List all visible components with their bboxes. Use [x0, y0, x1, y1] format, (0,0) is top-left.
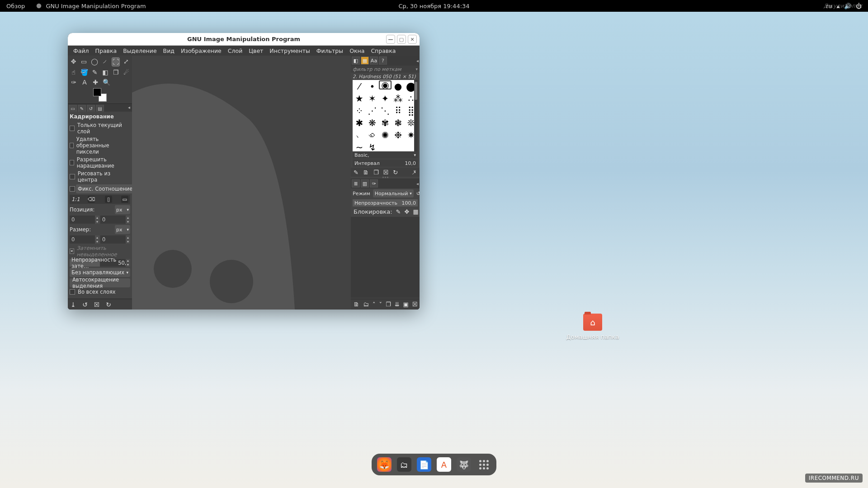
tool-crop[interactable]: ⛶ — [112, 57, 120, 66]
lock-alpha-icon[interactable]: ▦ — [413, 208, 418, 215]
tab-fonts[interactable]: Aa — [370, 56, 378, 65]
tool-bucket[interactable]: 🪣 — [80, 68, 88, 76]
tool-text[interactable]: A — [80, 78, 89, 86]
open-brush-icon[interactable]: ⭷ — [411, 169, 417, 176]
tab-brushes[interactable]: ◧ — [352, 56, 360, 65]
edit-brush-icon[interactable]: ✎ — [354, 169, 359, 176]
opt-delete-cropped[interactable]: Удалять обрезанные пиксели — [70, 136, 130, 155]
window-titlebar[interactable]: GNU Image Manipulation Program — ▢ ✕ — [68, 33, 420, 46]
tab-help-icon[interactable]: ? — [379, 56, 387, 65]
brush-tags-select[interactable]: Basic,▾ — [353, 151, 418, 159]
guides-dropdown[interactable]: Без направляющих▾ — [70, 268, 130, 277]
tool-move[interactable]: ✥ — [70, 57, 77, 66]
opt-allow-growing[interactable]: Разрешить наращивание — [70, 156, 130, 169]
size-unit-select[interactable]: px▾ — [115, 225, 130, 234]
aspect-portrait-icon[interactable]: ▯ — [105, 196, 112, 203]
merge-layer-icon[interactable]: ⇊ — [395, 301, 400, 308]
rd-configure-icon[interactable]: ◂ — [416, 58, 419, 63]
size-w-input[interactable]: 0▴▾ — [70, 235, 99, 244]
menu-layer[interactable]: Слой — [225, 47, 245, 55]
tab-patterns[interactable]: ▦ — [361, 56, 369, 65]
tab-channels[interactable]: ▥ — [361, 179, 369, 188]
opt-only-current-layer[interactable]: Только текущий слой — [70, 122, 130, 135]
tab-paths[interactable]: ✑ — [370, 179, 378, 188]
position-unit-select[interactable]: px▾ — [115, 205, 130, 214]
restore-preset-icon[interactable]: ↺ — [82, 301, 88, 308]
aspect-landscape-icon[interactable]: ▭ — [121, 196, 128, 203]
menu-windows[interactable]: Окна — [347, 47, 367, 55]
mode-reset-icon[interactable]: ↺ — [416, 191, 420, 197]
topbar-app-menu[interactable]: GNU Image Manipulation Program — [36, 3, 146, 9]
topbar-datetime[interactable]: Ср, 30 ноября 19:44:34 — [398, 3, 469, 9]
menu-tools[interactable]: Инструменты — [267, 47, 312, 55]
tool-eraser[interactable]: ◧ — [101, 68, 109, 76]
window-close-button[interactable]: ✕ — [408, 35, 417, 44]
activities-button[interactable]: Обзор — [6, 3, 25, 9]
dup-layer-icon[interactable]: ❐ — [386, 301, 391, 308]
tool-warp[interactable]: ☝ — [70, 68, 77, 76]
layers-configure-icon[interactable]: ◂ — [416, 181, 419, 186]
dock-firefox[interactable]: 🦊 — [377, 457, 392, 472]
tool-zoom[interactable]: 🔍 — [102, 78, 110, 86]
darken-opacity-slider[interactable]: Непрозрачность зате… 50,0 ▴ ▾ — [70, 259, 130, 267]
pos-y-input[interactable]: 0▴▾ — [100, 216, 130, 224]
tool-heal[interactable]: ✚ — [91, 78, 99, 86]
save-preset-icon[interactable]: ⤓ — [71, 301, 76, 308]
dock-apps-grid[interactable] — [476, 457, 491, 472]
lock-position-icon[interactable]: ✥ — [404, 208, 409, 215]
tab-undo-history[interactable]: ↺ — [87, 105, 95, 112]
tool-clone[interactable]: ❐ — [112, 68, 120, 76]
layer-group-icon[interactable]: 🗂 — [363, 301, 369, 308]
window-maximize-button[interactable]: ▢ — [397, 35, 406, 44]
opt-fixed-toggle[interactable] — [70, 186, 75, 192]
delete-preset-icon[interactable]: ☒ — [94, 301, 100, 308]
menu-file[interactable]: Файл — [71, 47, 92, 55]
reset-icon[interactable]: ↻ — [106, 301, 111, 308]
aspect-ratio-input[interactable]: 1:1 ⌫ ▯ ▭ — [70, 195, 130, 204]
dock-writer[interactable]: 📄 — [417, 457, 431, 472]
tool-free-select[interactable]: ◯ — [90, 57, 99, 66]
opt-darken[interactable]: Затемнить невыделенное — [70, 245, 130, 258]
menu-select[interactable]: Выделение — [120, 47, 159, 55]
mask-layer-icon[interactable]: ▣ — [403, 301, 409, 308]
desktop-home-folder[interactable]: ⌂ Домашняя папка — [583, 314, 602, 340]
tab-configure-icon[interactable]: ◂ — [127, 105, 131, 112]
canvas-area[interactable] — [132, 56, 351, 310]
brush-spacing-slider[interactable]: Интервал 10,0 — [353, 160, 418, 167]
dock-gimp[interactable]: 🐺 — [457, 457, 471, 472]
new-layer-icon[interactable]: 🗎 — [354, 301, 359, 308]
tool-paths[interactable]: ✑ — [70, 78, 78, 86]
tool-rect-select[interactable]: ▭ — [80, 57, 88, 66]
tab-layers[interactable]: ≣ — [352, 179, 360, 188]
opt-from-center[interactable]: Рисовать из центра — [70, 170, 130, 183]
layer-opacity-slider[interactable]: Непрозрачность 100,0 — [353, 199, 418, 206]
window-minimize-button[interactable]: — — [386, 35, 395, 44]
brush-grid[interactable]: ⁄•◉●● ★✶✦⁂∴ ⁘⋰⋱⠿⣿ ✱❋✾❃❊ ﹅꩜✺❉✷ ~↯ — [353, 80, 418, 151]
lock-pixels-icon[interactable]: ✎ — [396, 208, 401, 215]
mode-select[interactable]: Нормальный▾ — [373, 189, 414, 197]
fg-bg-colors[interactable] — [93, 88, 107, 102]
del-brush-icon[interactable]: ☒ — [383, 169, 389, 176]
menu-filters[interactable]: Фильтры — [314, 47, 346, 55]
dock-software[interactable]: A — [437, 457, 451, 472]
tab-tool-options[interactable]: ▭ — [69, 105, 77, 112]
new-brush-icon[interactable]: 🗎 — [363, 169, 369, 176]
menu-edit[interactable]: Правка — [93, 47, 120, 55]
tool-pencil[interactable]: ✎ — [91, 68, 99, 76]
layers-list[interactable] — [351, 217, 420, 298]
tool-fuzzy-select[interactable]: ⟋ — [101, 57, 109, 66]
dock-files[interactable]: 🗂 — [397, 457, 411, 472]
delete-layer-icon[interactable]: ☒ — [412, 301, 418, 308]
autoshrink-button[interactable]: Автосокращение выделения — [70, 278, 130, 287]
opt-all-layers[interactable]: Во всех слоях — [70, 289, 130, 295]
brush-scrollbar[interactable] — [414, 80, 418, 151]
menu-image[interactable]: Изображение — [178, 47, 224, 55]
tab-device-status[interactable]: ✎ — [78, 105, 86, 112]
tab-images[interactable]: ▤ — [96, 105, 104, 112]
lower-layer-icon[interactable]: ˅ — [379, 301, 382, 308]
brush-filter-input[interactable]: фильтр по меткам▾ — [351, 66, 420, 73]
clear-aspect-icon[interactable]: ⌫ — [88, 196, 95, 203]
size-h-input[interactable]: 0▴▾ — [100, 235, 130, 244]
menu-help[interactable]: Справка — [368, 47, 398, 55]
dup-brush-icon[interactable]: ❐ — [373, 169, 379, 176]
